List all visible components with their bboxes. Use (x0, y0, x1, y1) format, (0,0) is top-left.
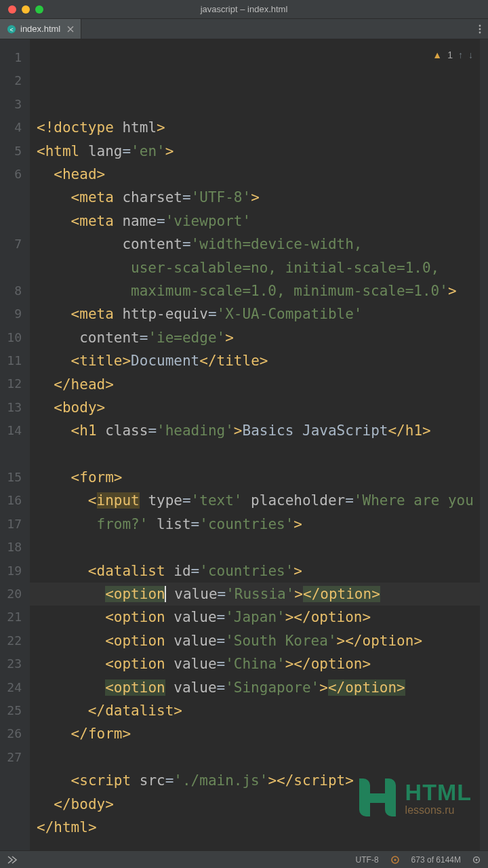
tabbar: < index.html (0, 19, 488, 39)
code-line[interactable]: user-scalable=no, initial-scale=1.0, (30, 256, 480, 279)
code-line[interactable]: <option value='Japan'></option> (30, 606, 480, 629)
svg-point-4 (479, 31, 481, 33)
code-line[interactable] (30, 443, 480, 466)
code-line[interactable]: <html lang='en'> (30, 140, 480, 163)
presentation-mode-icon[interactable] (7, 854, 18, 865)
html-file-icon: < (7, 24, 16, 34)
window-close-button[interactable] (8, 5, 16, 14)
code-line[interactable]: <meta name='viewport' (30, 210, 480, 233)
next-highlight-icon[interactable]: ↓ (468, 43, 473, 66)
editor[interactable]: 1234567891011121314151617181920212223242… (0, 39, 488, 850)
code-line[interactable]: <head> (30, 163, 480, 186)
code-line[interactable]: <option value='Singapore'></option> (30, 676, 480, 699)
watermark: HTML lessons.ru (358, 778, 472, 816)
statusbar: UTF-8 673 of 6144M (0, 850, 488, 868)
status-inspections-icon[interactable] (390, 854, 401, 865)
vertical-scrollbar[interactable] (480, 39, 488, 850)
code-line[interactable]: <!doctype html> (30, 116, 480, 139)
watermark-logo-icon (358, 778, 397, 816)
code-line[interactable]: <option value='Russia'></option> (30, 583, 480, 606)
code-line[interactable]: from?' list='countries'> (30, 513, 480, 536)
code-line[interactable]: maximum-scale=1.0, minimum-scale=1.0'> (30, 279, 480, 302)
code-line[interactable]: </form> (30, 722, 480, 745)
status-gear-icon[interactable] (472, 855, 481, 865)
code-area[interactable]: ▲1 ↑ ↓ <!doctype html><html lang='en'> <… (30, 39, 480, 850)
warning-count: 1 (447, 43, 453, 66)
code-line[interactable]: </head> (30, 373, 480, 396)
code-line[interactable]: content='width=device-width, (30, 233, 480, 256)
code-line[interactable]: <title>Document</title> (30, 349, 480, 372)
window-minimize-button[interactable] (22, 5, 30, 14)
svg-point-3 (479, 28, 481, 30)
titlebar: javascript – index.html (0, 0, 488, 19)
svg-point-6 (394, 859, 396, 861)
code-line[interactable]: <meta http-equiv='X-UA-Compatible' (30, 302, 480, 326)
tab-overflow-button[interactable] (472, 19, 488, 39)
tab-label: index.html (20, 24, 60, 34)
code-line[interactable]: <h1 class='heading'>Basics JavaScript</h… (30, 419, 480, 442)
svg-point-2 (479, 24, 481, 26)
svg-text:<: < (9, 26, 13, 33)
tab-index-html[interactable]: < index.html (0, 19, 81, 39)
prev-highlight-icon[interactable]: ↑ (458, 43, 463, 66)
code-line[interactable]: <option value='South Korea'></option> (30, 629, 480, 652)
inspection-indicators[interactable]: ▲1 ↑ ↓ (432, 43, 473, 66)
window-maximize-button[interactable] (35, 5, 43, 14)
code-line[interactable]: <input type='text' placeholder='Where ar… (30, 489, 480, 512)
code-line[interactable] (30, 746, 480, 769)
code-line[interactable]: <datalist id='countries'> (30, 559, 480, 583)
status-memory[interactable]: 673 of 6144M (411, 855, 461, 865)
code-line[interactable]: </datalist> (30, 699, 480, 722)
svg-point-8 (476, 859, 478, 861)
code-line[interactable]: <body> (30, 396, 480, 419)
code-line[interactable]: </html> (30, 816, 480, 839)
status-encoding[interactable]: UTF-8 (356, 855, 379, 865)
warning-icon: ▲ (432, 43, 442, 66)
code-line[interactable] (30, 536, 480, 559)
code-line[interactable]: <option value='China'></option> (30, 652, 480, 675)
window-title: javascript – index.html (0, 4, 488, 14)
watermark-brand: HTML (405, 779, 472, 806)
line-number-gutter: 1234567891011121314151617181920212223242… (0, 39, 30, 850)
code-line[interactable]: <meta charset='UTF-8'> (30, 186, 480, 209)
close-icon[interactable] (67, 26, 74, 33)
code-line[interactable]: <form> (30, 466, 480, 489)
code-line[interactable]: content='ie=edge'> (30, 326, 480, 349)
watermark-domain: lessons.ru (405, 804, 472, 816)
